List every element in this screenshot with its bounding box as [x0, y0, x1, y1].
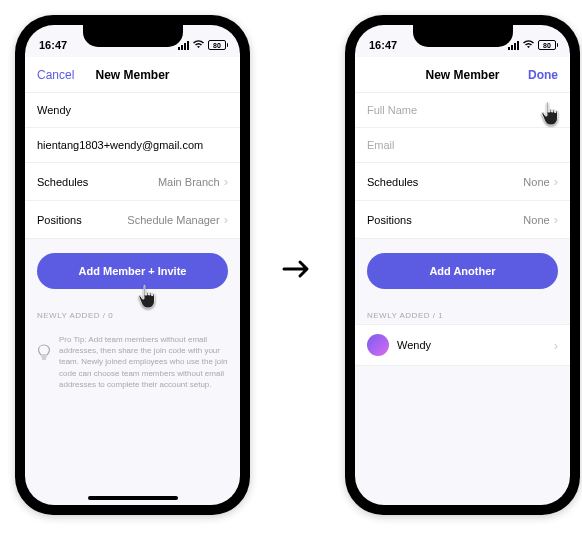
email-input-row[interactable]: hientang1803+wendy@gmail.com — [25, 128, 240, 163]
schedules-row[interactable]: Schedules None › — [355, 163, 570, 201]
member-row[interactable]: Wendy › — [355, 324, 570, 366]
positions-row[interactable]: Positions Schedule Manager › — [25, 201, 240, 239]
notch — [83, 25, 183, 47]
add-another-button[interactable]: Add Another — [367, 253, 558, 289]
chevron-right-icon: › — [554, 174, 558, 189]
signal-icon — [178, 41, 189, 50]
cancel-button[interactable]: Cancel — [37, 68, 74, 82]
chevron-right-icon: › — [554, 212, 558, 227]
member-name: Wendy — [397, 339, 431, 351]
chevron-right-icon: › — [224, 212, 228, 227]
nav-bar: Cancel New Member — [25, 57, 240, 93]
nav-bar: New Member Done — [355, 57, 570, 93]
status-icons: 80 — [178, 39, 226, 51]
schedules-value: None — [523, 176, 549, 188]
pro-tip-box: Pro Tip: Add team members without email … — [25, 324, 240, 400]
schedules-label: Schedules — [37, 176, 88, 188]
email-input-value: hientang1803+wendy@gmail.com — [37, 139, 203, 151]
positions-label: Positions — [367, 214, 412, 226]
status-time: 16:47 — [369, 39, 397, 51]
phone-right-frame: 16:47 80 New Member Done Full Name Email… — [345, 15, 580, 515]
email-placeholder: Email — [367, 139, 395, 151]
positions-row[interactable]: Positions None › — [355, 201, 570, 239]
arrow-right-icon — [282, 255, 312, 286]
name-input-row[interactable]: Full Name — [355, 93, 570, 128]
positions-value: None — [523, 214, 549, 226]
chevron-right-icon: › — [224, 174, 228, 189]
wifi-icon — [522, 39, 535, 51]
positions-label: Positions — [37, 214, 82, 226]
lightbulb-icon — [37, 344, 51, 365]
newly-added-label: NEWLY ADDED / 1 — [355, 303, 570, 324]
name-input-value: Wendy — [37, 104, 71, 116]
status-time: 16:47 — [39, 39, 67, 51]
schedules-label: Schedules — [367, 176, 418, 188]
newly-added-label: NEWLY ADDED / 0 — [25, 303, 240, 324]
chevron-right-icon: › — [554, 338, 558, 353]
battery-icon: 80 — [208, 40, 226, 50]
nav-title: New Member — [95, 68, 169, 82]
home-indicator[interactable] — [88, 496, 178, 500]
phone-left-frame: 16:47 80 Cancel New Member Wendy hientan… — [15, 15, 250, 515]
done-button[interactable]: Done — [528, 68, 558, 82]
schedules-row[interactable]: Schedules Main Branch › — [25, 163, 240, 201]
add-member-invite-button[interactable]: Add Member + Invite — [37, 253, 228, 289]
nav-title: New Member — [425, 68, 499, 82]
email-input-row[interactable]: Email — [355, 128, 570, 163]
battery-icon: 80 — [538, 40, 556, 50]
screen-right: 16:47 80 New Member Done Full Name Email… — [355, 25, 570, 505]
schedules-value: Main Branch — [158, 176, 220, 188]
avatar — [367, 334, 389, 356]
wifi-icon — [192, 39, 205, 51]
positions-value: Schedule Manager — [127, 214, 219, 226]
status-icons: 80 — [508, 39, 556, 51]
tip-text: Pro Tip: Add team members without email … — [59, 334, 228, 390]
screen-left: 16:47 80 Cancel New Member Wendy hientan… — [25, 25, 240, 505]
signal-icon — [508, 41, 519, 50]
notch — [413, 25, 513, 47]
name-placeholder: Full Name — [367, 104, 417, 116]
name-input-row[interactable]: Wendy — [25, 93, 240, 128]
